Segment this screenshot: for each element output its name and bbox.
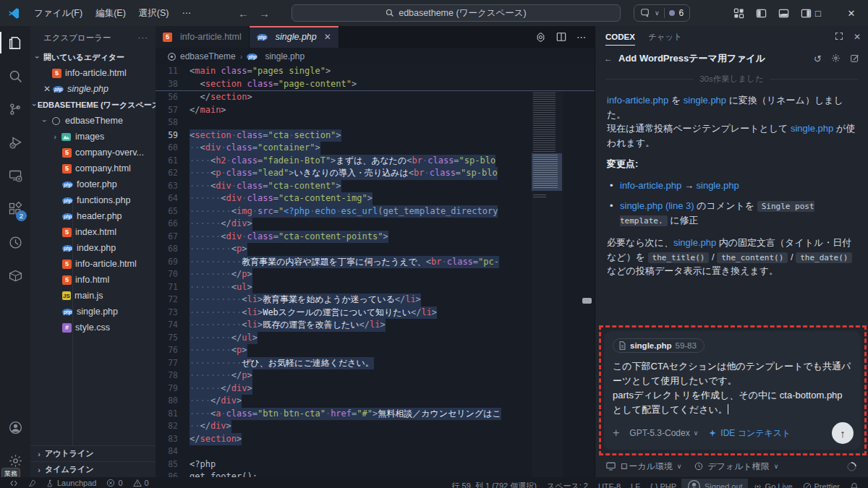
status-Launchpad[interactable]: Launchpad (41, 479, 101, 487)
sidebar-section-アウトライン[interactable]: ›アウトライン (30, 445, 156, 461)
code-line-62[interactable]: 62····<p·class="lead">いきなりの導入・売り込みは<br·c… (156, 167, 595, 180)
status-rocket[interactable] (23, 479, 41, 487)
menu-1[interactable]: 編集(E) (89, 4, 132, 22)
env-selector-デフォルト権限[interactable]: デフォルト権限∨ (694, 461, 778, 473)
code-line-11[interactable]: 11<main class="pages single"> (156, 65, 595, 78)
activity-extensions-icon[interactable]: 2 (0, 192, 30, 226)
status-{ } PHP[interactable]: { } PHP (645, 479, 681, 488)
code-line-59[interactable]: 59<section·class="cta·section"> (156, 129, 595, 142)
code-line-67[interactable]: 67······<div·class="cta-content-points"> (156, 231, 595, 244)
code-line-84[interactable]: 84 (156, 445, 595, 458)
code-line-85[interactable]: 85<?php (156, 458, 595, 471)
file-link[interactable]: single.php (line 3) (620, 200, 694, 211)
status-LF[interactable]: LF (626, 479, 645, 488)
status-行 59, 列 1 (792 個選択)[interactable]: 行 59, 列 1 (792 個選択) (447, 479, 542, 488)
minimize-button[interactable]: – (768, 0, 801, 26)
tree-item[interactable]: 5company-overv... (30, 145, 156, 160)
code-line-68[interactable]: 68········<p> (156, 243, 595, 256)
code-line-64[interactable]: 64······<div·class="cta-content-img"> (156, 192, 595, 205)
close-icon[interactable]: ✕ (324, 32, 331, 42)
tab-single.php[interactable]: phpsingle.php✕ (250, 26, 339, 48)
code-line-65[interactable]: 65········<img·src="<?php·echo·esc_url(g… (156, 205, 595, 218)
menu-3[interactable]: ⋯ (175, 4, 197, 22)
code-line-38[interactable]: 38 <section class="page-content"> (156, 78, 595, 91)
chat-input-text[interactable]: この下部CTAセクションは他のテンプレートでも共通パーツとして使用したいです。 … (613, 359, 852, 418)
explorer-more-icon[interactable]: ··· (138, 33, 149, 42)
activity-account-icon[interactable] (0, 411, 30, 444)
code-line-69[interactable]: 69··········教育事業の内容や課題を丁寧に伺ったうえで、<br·cla… (156, 256, 595, 269)
tab-info-article.html[interactable]: 5info-article.html (156, 26, 250, 48)
close-button[interactable]: ✕ (835, 0, 868, 26)
send-button[interactable]: ↑ (832, 422, 854, 444)
code-line-76[interactable]: 76········<p> (156, 344, 595, 357)
code-line-72[interactable]: 72··········<li>教育事業を始めようか迷っている</li> (156, 294, 595, 307)
status-スペース: 2[interactable]: スペース: 2 (542, 479, 593, 488)
close-panel-icon[interactable]: ✕ (854, 32, 861, 42)
tree-item[interactable]: 5index.html (30, 224, 156, 240)
editor-scrollbar-thumb[interactable] (582, 298, 592, 304)
file-link[interactable]: single.php (791, 123, 833, 134)
status-0[interactable]: 0 (101, 479, 127, 487)
code-line-80[interactable]: 80····</div> (156, 395, 595, 408)
code-line-75[interactable]: 75········</ul> (156, 332, 595, 345)
status-Prettier[interactable]: Prettier (798, 479, 845, 488)
tree-item[interactable]: ✕phpsingle.php (30, 81, 156, 97)
tree-item[interactable]: 5info-article.html (30, 65, 156, 81)
code-line-74[interactable]: 74··········<li>既存の運営を改善したい</li> (156, 319, 595, 332)
file-link[interactable]: single.php (673, 237, 716, 248)
code-line-83[interactable]: 83</section> (156, 433, 595, 446)
breadcrumb[interactable]: edbaseTheme›phpsingle.php (156, 48, 595, 65)
menu-0[interactable]: ファイル(F) (27, 4, 89, 22)
attach-button[interactable]: + (613, 427, 619, 440)
tree-item[interactable]: phpfooter.php (30, 176, 156, 192)
menu-2[interactable]: 選択(S) (132, 4, 176, 22)
tree-item[interactable]: phpfunctions.php (30, 192, 156, 208)
maximize-button[interactable]: □ (801, 0, 835, 26)
tree-item[interactable]: JSmain.js (30, 288, 156, 304)
new-chat-icon[interactable] (850, 53, 859, 63)
sidebar-section-タイムライン[interactable]: ›タイムライン (30, 461, 156, 477)
gear-icon[interactable] (831, 53, 841, 63)
tree-item[interactable]: #style.css (30, 320, 156, 335)
activity-source-control-icon[interactable] (0, 93, 30, 126)
code-line-78[interactable]: 78········</p> (156, 369, 595, 382)
expand-icon[interactable] (835, 32, 843, 42)
status-bell[interactable] (845, 479, 864, 488)
breadcrumb-item[interactable]: edbaseTheme (167, 51, 236, 61)
more-actions-icon[interactable]: ⋯ (576, 32, 586, 43)
activity-settings-icon[interactable]: 業務 (0, 444, 30, 477)
file-link[interactable]: info-article.php (607, 95, 668, 106)
nav-back-icon[interactable]: ← (238, 7, 249, 20)
status-0[interactable]: 0 (128, 479, 154, 487)
env-selector-ローカル環境[interactable]: ローカル環境∨ (606, 461, 681, 473)
tree-item[interactable]: ›edbaseTheme (30, 113, 156, 129)
tree-item[interactable]: 5info-article.html (30, 256, 156, 272)
openai-icon[interactable] (535, 32, 546, 43)
customize-layout-icon[interactable] (733, 8, 744, 19)
ide-context-toggle[interactable]: IDE コンテキスト (708, 427, 791, 440)
tree-section[interactable]: ›開いているエディター (30, 49, 156, 65)
code-line-66[interactable]: 66······</div> (156, 218, 595, 231)
close-icon[interactable]: ✕ (42, 84, 52, 94)
status-Signed out[interactable]: Signed out (681, 479, 748, 488)
status-remote[interactable] (4, 479, 23, 487)
model-selector[interactable]: GPT-5.3-Codex ∨ (629, 428, 698, 438)
code-line-77[interactable]: 77··········ぜひ、お気軽にご連絡ください。 (156, 357, 595, 370)
code-line-60[interactable]: 60··<div·class="container"> (156, 142, 595, 155)
file-link[interactable]: single.php (684, 95, 726, 106)
tree-section[interactable]: ›EDBASETHEME (ワークスペース) (30, 97, 156, 113)
code-line-58[interactable]: 58 (156, 116, 595, 129)
split-editor-icon[interactable] (556, 32, 566, 42)
code-line-61[interactable]: 61····<h2·class="fadein-BtoT">まずは、あなたの<b… (156, 155, 595, 168)
breadcrumb-item[interactable]: phpsingle.php (247, 51, 305, 61)
file-link[interactable]: info-article.php (620, 180, 681, 191)
tree-item[interactable]: 5info.html (30, 272, 156, 288)
toggle-sidebar-icon[interactable] (756, 8, 767, 19)
history-icon[interactable]: ↺ (814, 53, 822, 64)
code-line-79[interactable]: 79······</div> (156, 382, 595, 395)
code-line-81[interactable]: 81····<a·class="btn·btn-cta"·href="#">無料… (156, 408, 595, 421)
code-line-73[interactable]: 73··········<li>Webスクールの運営について知りたい</li> (156, 307, 595, 320)
code-line-63[interactable]: 63····<div·class="cta-content"> (156, 180, 595, 193)
context-chip[interactable]: single.php 59-83 (613, 338, 705, 353)
code-editor[interactable]: 11<main class="pages single">38 <section… (156, 65, 595, 477)
